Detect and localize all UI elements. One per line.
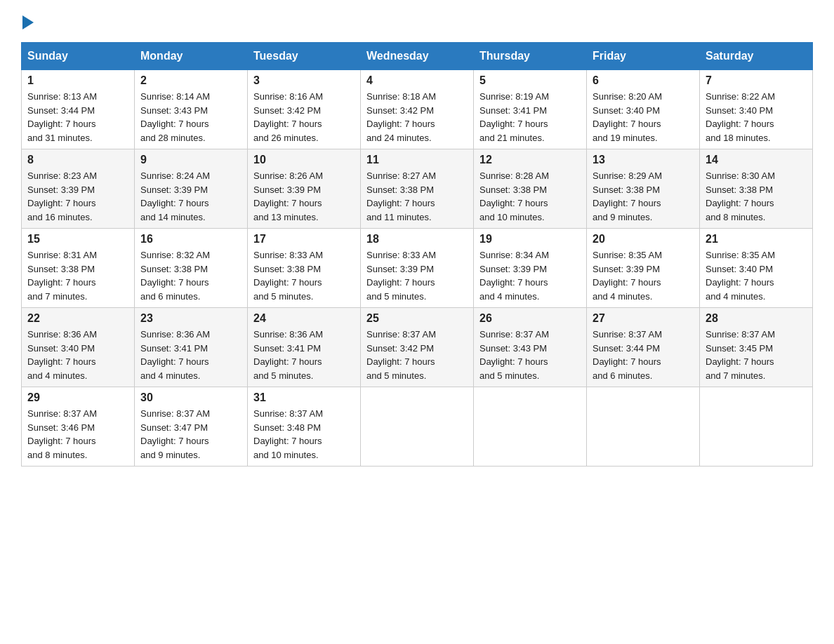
day-info: Sunrise: 8:36 AMSunset: 3:41 PMDaylight:… [140, 329, 210, 381]
day-info: Sunrise: 8:35 AMSunset: 3:39 PMDaylight:… [593, 250, 662, 302]
calendar-cell [587, 387, 700, 467]
calendar-cell: 3 Sunrise: 8:16 AMSunset: 3:42 PMDayligh… [248, 70, 361, 149]
calendar-cell: 22 Sunrise: 8:36 AMSunset: 3:40 PMDaylig… [22, 308, 135, 387]
day-number: 20 [593, 233, 694, 246]
day-info: Sunrise: 8:23 AMSunset: 3:39 PMDaylight:… [27, 170, 97, 222]
calendar-header: Sunday Monday Tuesday Wednesday Thursday… [22, 43, 813, 70]
calendar-cell: 29 Sunrise: 8:37 AMSunset: 3:46 PMDaylig… [22, 387, 135, 467]
day-number: 27 [593, 312, 694, 325]
calendar-cell: 10 Sunrise: 8:26 AMSunset: 3:39 PMDaylig… [248, 149, 361, 229]
calendar-cell [474, 387, 587, 467]
calendar-cell: 5 Sunrise: 8:19 AMSunset: 3:41 PMDayligh… [474, 70, 587, 149]
day-info: Sunrise: 8:13 AMSunset: 3:44 PMDaylight:… [27, 91, 97, 143]
header-tuesday: Tuesday [248, 43, 361, 70]
day-info: Sunrise: 8:28 AMSunset: 3:38 PMDaylight:… [479, 170, 549, 222]
day-info: Sunrise: 8:16 AMSunset: 3:42 PMDaylight:… [253, 91, 323, 143]
day-info: Sunrise: 8:33 AMSunset: 3:39 PMDaylight:… [366, 250, 436, 302]
logo-arrow-icon [22, 15, 34, 29]
calendar-cell: 7 Sunrise: 8:22 AMSunset: 3:40 PMDayligh… [700, 70, 813, 149]
day-info: Sunrise: 8:37 AMSunset: 3:42 PMDaylight:… [366, 329, 436, 381]
day-number: 6 [593, 74, 694, 87]
header-thursday: Thursday [474, 43, 587, 70]
header-wednesday: Wednesday [361, 43, 474, 70]
day-info: Sunrise: 8:37 AMSunset: 3:44 PMDaylight:… [593, 329, 662, 381]
day-number: 7 [706, 74, 807, 87]
day-number: 21 [706, 233, 807, 246]
calendar-body: 1 Sunrise: 8:13 AMSunset: 3:44 PMDayligh… [22, 70, 813, 467]
day-info: Sunrise: 8:19 AMSunset: 3:41 PMDaylight:… [479, 91, 549, 143]
day-number: 29 [27, 391, 128, 404]
calendar-cell: 31 Sunrise: 8:37 AMSunset: 3:48 PMDaylig… [248, 387, 361, 467]
calendar-cell: 8 Sunrise: 8:23 AMSunset: 3:39 PMDayligh… [22, 149, 135, 229]
day-info: Sunrise: 8:31 AMSunset: 3:38 PMDaylight:… [27, 250, 97, 302]
day-number: 19 [479, 233, 581, 246]
day-info: Sunrise: 8:18 AMSunset: 3:42 PMDaylight:… [366, 91, 436, 143]
logo [21, 14, 35, 28]
weekday-header-row: Sunday Monday Tuesday Wednesday Thursday… [22, 43, 813, 70]
day-info: Sunrise: 8:14 AMSunset: 3:43 PMDaylight:… [140, 91, 210, 143]
day-number: 17 [253, 233, 355, 246]
calendar-cell: 21 Sunrise: 8:35 AMSunset: 3:40 PMDaylig… [700, 229, 813, 308]
calendar-cell: 14 Sunrise: 8:30 AMSunset: 3:38 PMDaylig… [700, 149, 813, 229]
calendar-cell: 28 Sunrise: 8:37 AMSunset: 3:45 PMDaylig… [700, 308, 813, 387]
day-number: 30 [140, 391, 241, 404]
day-number: 1 [27, 74, 128, 87]
header-friday: Friday [587, 43, 700, 70]
calendar-week-row: 8 Sunrise: 8:23 AMSunset: 3:39 PMDayligh… [22, 149, 813, 229]
calendar-cell [700, 387, 813, 467]
day-number: 24 [253, 312, 355, 325]
day-info: Sunrise: 8:36 AMSunset: 3:40 PMDaylight:… [27, 329, 97, 381]
calendar-cell: 4 Sunrise: 8:18 AMSunset: 3:42 PMDayligh… [361, 70, 474, 149]
calendar-cell: 30 Sunrise: 8:37 AMSunset: 3:47 PMDaylig… [135, 387, 248, 467]
day-info: Sunrise: 8:37 AMSunset: 3:47 PMDaylight:… [140, 408, 210, 460]
day-info: Sunrise: 8:37 AMSunset: 3:45 PMDaylight:… [706, 329, 775, 381]
day-number: 3 [253, 74, 355, 87]
calendar-cell: 11 Sunrise: 8:27 AMSunset: 3:38 PMDaylig… [361, 149, 474, 229]
day-info: Sunrise: 8:30 AMSunset: 3:38 PMDaylight:… [706, 170, 775, 222]
day-number: 8 [27, 154, 128, 166]
calendar-cell: 1 Sunrise: 8:13 AMSunset: 3:44 PMDayligh… [22, 70, 135, 149]
calendar-week-row: 1 Sunrise: 8:13 AMSunset: 3:44 PMDayligh… [22, 70, 813, 149]
calendar-cell: 19 Sunrise: 8:34 AMSunset: 3:39 PMDaylig… [474, 229, 587, 308]
calendar-cell: 2 Sunrise: 8:14 AMSunset: 3:43 PMDayligh… [135, 70, 248, 149]
day-number: 22 [27, 312, 128, 325]
calendar-table: Sunday Monday Tuesday Wednesday Thursday… [21, 42, 813, 467]
day-info: Sunrise: 8:37 AMSunset: 3:48 PMDaylight:… [253, 408, 323, 460]
calendar-cell: 25 Sunrise: 8:37 AMSunset: 3:42 PMDaylig… [361, 308, 474, 387]
calendar-cell: 24 Sunrise: 8:36 AMSunset: 3:41 PMDaylig… [248, 308, 361, 387]
day-number: 12 [479, 154, 581, 166]
day-number: 15 [27, 233, 128, 246]
day-number: 9 [140, 154, 241, 166]
day-info: Sunrise: 8:24 AMSunset: 3:39 PMDaylight:… [140, 170, 210, 222]
day-info: Sunrise: 8:26 AMSunset: 3:39 PMDaylight:… [253, 170, 323, 222]
day-number: 13 [593, 154, 694, 166]
calendar-cell [361, 387, 474, 467]
day-info: Sunrise: 8:37 AMSunset: 3:43 PMDaylight:… [479, 329, 549, 381]
calendar-cell: 16 Sunrise: 8:32 AMSunset: 3:38 PMDaylig… [135, 229, 248, 308]
day-info: Sunrise: 8:29 AMSunset: 3:38 PMDaylight:… [593, 170, 662, 222]
day-info: Sunrise: 8:36 AMSunset: 3:41 PMDaylight:… [253, 329, 323, 381]
day-number: 28 [706, 312, 807, 325]
calendar-cell: 6 Sunrise: 8:20 AMSunset: 3:40 PMDayligh… [587, 70, 700, 149]
day-number: 25 [366, 312, 468, 325]
day-number: 14 [706, 154, 807, 166]
calendar-cell: 27 Sunrise: 8:37 AMSunset: 3:44 PMDaylig… [587, 308, 700, 387]
day-info: Sunrise: 8:32 AMSunset: 3:38 PMDaylight:… [140, 250, 210, 302]
day-number: 10 [253, 154, 355, 166]
calendar-cell: 18 Sunrise: 8:33 AMSunset: 3:39 PMDaylig… [361, 229, 474, 308]
calendar-week-row: 22 Sunrise: 8:36 AMSunset: 3:40 PMDaylig… [22, 308, 813, 387]
calendar-week-row: 15 Sunrise: 8:31 AMSunset: 3:38 PMDaylig… [22, 229, 813, 308]
day-number: 31 [253, 391, 355, 404]
day-info: Sunrise: 8:34 AMSunset: 3:39 PMDaylight:… [479, 250, 549, 302]
header-sunday: Sunday [22, 43, 135, 70]
day-number: 16 [140, 233, 241, 246]
day-number: 18 [366, 233, 468, 246]
calendar-cell: 23 Sunrise: 8:36 AMSunset: 3:41 PMDaylig… [135, 308, 248, 387]
day-number: 23 [140, 312, 241, 325]
day-info: Sunrise: 8:20 AMSunset: 3:40 PMDaylight:… [593, 91, 662, 143]
day-number: 4 [366, 74, 468, 87]
day-info: Sunrise: 8:37 AMSunset: 3:46 PMDaylight:… [27, 408, 97, 460]
day-number: 5 [479, 74, 581, 87]
calendar-cell: 20 Sunrise: 8:35 AMSunset: 3:39 PMDaylig… [587, 229, 700, 308]
calendar-cell: 15 Sunrise: 8:31 AMSunset: 3:38 PMDaylig… [22, 229, 135, 308]
